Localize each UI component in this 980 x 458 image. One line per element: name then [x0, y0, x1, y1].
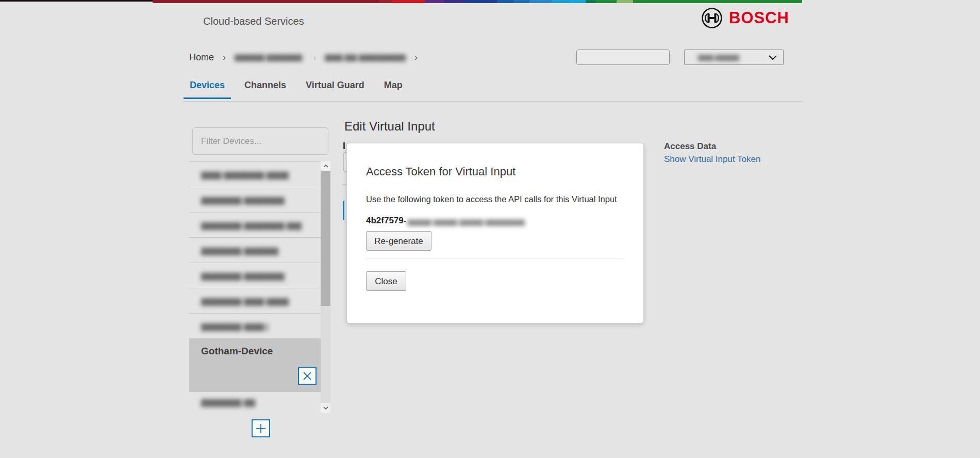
remove-device-button[interactable]	[298, 367, 317, 385]
app-title: Cloud-based Services	[203, 15, 304, 27]
access-token-modal: Access Token for Virtual Input Use the f…	[346, 143, 644, 323]
bosch-logo: BOSCH	[701, 7, 789, 29]
close-button[interactable]: Close	[366, 271, 406, 291]
device-list-item[interactable]: ▆▆▆ ▆▆▆▆▆▆ ▆▆▆▆▆▆	[189, 162, 321, 187]
tabs-divider	[184, 101, 802, 102]
scroll-up-button[interactable]	[321, 161, 330, 171]
bosch-logo-text: BOSCH	[729, 9, 789, 27]
background-save-button-fragment	[343, 201, 344, 220]
add-device-button[interactable]	[252, 419, 270, 437]
chevron-down-icon	[323, 406, 328, 410]
bosch-cloud-services-app: Cloud-based Services BOSCH Home › ▆▆▆▆▆ …	[0, 0, 980, 458]
breadcrumb-home-link[interactable]: Home	[189, 52, 214, 63]
device-list-item[interactable]: ▆▆▆▆▆▆ ▆▆▆ ▆▆▆▆ ▆▆	[189, 288, 321, 314]
tab-virtual-guard[interactable]: Virtual Guard	[300, 79, 371, 92]
breadcrumb-separator-icon: ›	[313, 53, 316, 62]
breadcrumb-redacted-item[interactable]: ▆▆▆▆▆ ▆▆▆▆▆▆	[235, 52, 305, 63]
device-list-item[interactable]: ▆▆▆▆▆▆ ▆▆▆▆▆▆ ▆▆▆	[189, 238, 321, 263]
device-list-scrollbar[interactable]	[321, 161, 330, 413]
tab-devices[interactable]: Devices	[184, 79, 231, 92]
close-icon	[303, 371, 312, 381]
plus-icon	[256, 423, 266, 434]
chevron-down-icon	[769, 55, 777, 60]
bosch-supergraphic-stripe	[0, 0, 802, 3]
page-title: Edit Virtual Input	[344, 119, 435, 134]
bosch-symbol-icon	[701, 7, 723, 29]
tab-map[interactable]: Map	[378, 79, 409, 92]
device-list-item[interactable]: ▆▆▆▆▆▆ ▆▆▆▆▆▆ ▆▆▆	[189, 187, 321, 212]
selected-device-label: Gotham-Device	[201, 346, 273, 357]
breadcrumb-redacted-item[interactable]: ▆▆▆ ▆▆ ▆▆▆▆▆▆▆▆	[325, 52, 406, 63]
access-token-value: 4b2f7579-▆▆▆▆ ▆▆▆▆ ▆▆▆▆ ▆▆▆▆▆▆▆▆	[366, 216, 624, 226]
main-tabs: Devices Channels Virtual Guard Map	[184, 79, 409, 92]
user-menu-dropdown[interactable]: ▆▆▆ ▆▆▆▆▆	[684, 50, 784, 65]
background-form-divider-fragment	[342, 184, 346, 185]
device-list-item-gotham-selected[interactable]: Gotham-Device	[189, 339, 321, 392]
token-redacted-part: ▆▆▆▆ ▆▆▆▆ ▆▆▆▆ ▆▆▆▆▆▆▆▆	[407, 217, 525, 226]
access-data-heading: Access Data	[664, 141, 716, 152]
chevron-up-icon	[323, 165, 328, 168]
breadcrumb-separator-icon: ›	[223, 52, 226, 63]
modal-title: Access Token for Virtual Input	[366, 165, 624, 178]
breadcrumb-separator-icon: ›	[414, 52, 418, 63]
device-list-item[interactable]: ▆▆▆▆▆▆ ▆▆▆ ▆▆▆▆▆	[189, 314, 321, 339]
modal-description: Use the following token to access the AP…	[366, 194, 624, 204]
search-input[interactable]	[577, 51, 686, 64]
show-virtual-input-token-link[interactable]: Show Virtual Input Token	[664, 154, 760, 165]
scroll-down-button[interactable]	[321, 403, 330, 413]
regenerate-button[interactable]: Re-generate	[366, 231, 431, 251]
scrollbar-thumb[interactable]	[321, 171, 330, 306]
tab-channels[interactable]: Channels	[238, 79, 292, 92]
background-form-label-fragment	[343, 142, 345, 149]
user-menu-selected-value: ▆▆▆ ▆▆▆▆▆	[698, 53, 739, 61]
device-list-item[interactable]: ▆▆▆▆▆▆ ▆▆▆▆▆▆ ▆▆▆▆▆	[189, 212, 321, 238]
token-prefix: 4b2f7579-	[366, 216, 406, 225]
device-list-item[interactable]: ▆▆▆▆▆▆ ▆▆▆▆	[189, 392, 321, 412]
device-list-item[interactable]: ▆▆▆▆▆▆ ▆▆▆▆▆▆ ▆▆▆▆	[189, 263, 321, 288]
breadcrumb: Home › ▆▆▆▆▆ ▆▆▆▆▆▆ › ▆▆▆ ▆▆ ▆▆▆▆▆▆▆▆ ›	[189, 52, 418, 63]
filter-devices-input[interactable]	[192, 127, 328, 155]
device-list: ▆▆▆ ▆▆▆▆▆▆ ▆▆▆▆▆▆ ▆▆▆▆▆▆ ▆▆▆▆▆▆ ▆▆▆ ▆▆▆▆…	[189, 161, 321, 413]
search-box	[576, 50, 670, 65]
